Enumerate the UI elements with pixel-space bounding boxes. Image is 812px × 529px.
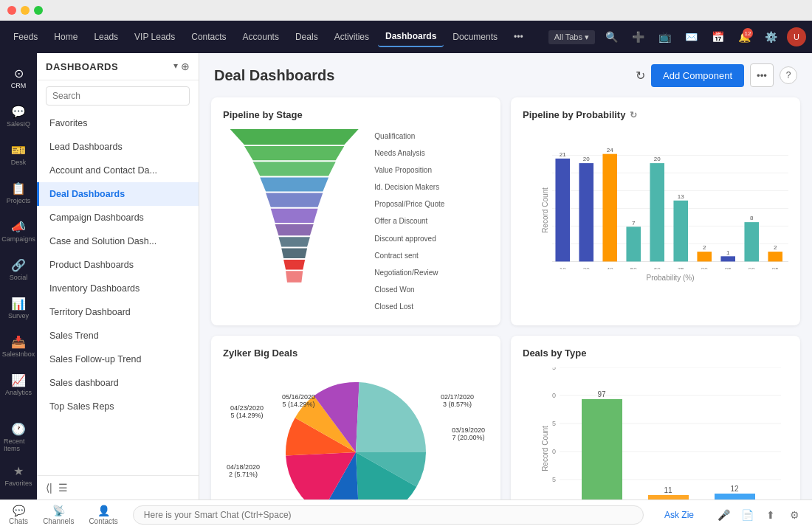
sidebar-icon-analytics[interactable]: 📈 Analytics [4,366,33,403]
add-icon-button[interactable]: ➕ [627,27,648,47]
settings-bottom-icon[interactable]: ⚙ [785,506,803,524]
svg-rect-70 [648,495,689,499]
sidebar-item-campaign[interactable]: Campaign Dashboards [37,206,199,229]
svg-text:13: 13 [678,193,684,200]
deals-y-axis-label: Record Count [541,426,549,471]
svg-text:60: 60 [654,266,661,269]
sidebar-item-deal-dashboards[interactable]: Deal Dashboards [37,182,199,206]
calendar-icon-button[interactable]: 📅 [707,27,728,47]
sidebar-add-icon[interactable]: ⊕ [181,60,190,72]
refresh-button[interactable]: ↻ [636,69,645,83]
svg-text:75: 75 [552,420,556,427]
sidebar-chevron-icon[interactable]: ▾ [173,60,178,72]
pipeline-by-stage-chart: Qualification Needs Analysis Value Propo… [223,129,489,314]
header-actions: ↻ Add Component ••• ? [636,63,797,87]
crm-label: CRM [11,82,27,89]
sidebar-collapse-icon[interactable]: ⟨| [46,482,52,494]
bottom-tab-contacts[interactable]: 👤 Contacts [89,505,117,525]
analytics-icon: 📈 [11,373,26,387]
dashboard-grid: Pipeline by Stage [199,94,812,499]
sidebar-item-top-sales-reps[interactable]: Top Sales Reps [37,395,199,418]
maximize-button[interactable] [34,6,43,15]
svg-text:21: 21 [560,151,566,158]
sidebar-item-territory[interactable]: Territory Dashboard [37,300,199,324]
sidebar-icon-survey[interactable]: 📊 Survey [4,289,33,326]
nav-accounts[interactable]: Accounts [235,27,286,46]
nav-leads[interactable]: Leads [86,27,125,46]
mail-icon-button[interactable]: ✉️ [681,27,701,47]
close-button[interactable] [7,6,16,15]
sidebar-icon-crm[interactable]: ⊙ CRM [4,59,33,96]
sidebar-icon-projects[interactable]: 📋 Projects [4,174,33,211]
nav-vip-leads[interactable]: VIP Leads [127,27,182,46]
nav-deals[interactable]: Deals [288,27,326,46]
funnel-label-negotiation: Negotiation/Review [374,269,489,277]
titlebar [0,0,812,21]
probability-refresh-icon[interactable]: ↻ [630,110,637,120]
document-icon[interactable]: 📄 [738,506,756,524]
settings-icon-button[interactable]: ⚙️ [760,27,781,47]
sidebar-icon-favorites[interactable]: ★ Favorites [4,457,33,494]
nav-dashboards[interactable]: Dashboards [378,27,444,47]
svg-text:2: 2 [774,244,777,251]
svg-marker-10 [286,271,303,282]
nav-documents[interactable]: Documents [445,27,505,46]
all-tabs-button[interactable]: All Tabs ▾ [548,30,595,44]
sidebar-icon-campaigns[interactable]: 📣 Campaigns [4,212,33,249]
more-options-button[interactable]: ••• [750,63,774,87]
search-icon-button[interactable]: 🔍 [601,27,622,47]
nav-feeds[interactable]: Feeds [6,27,45,46]
svg-marker-6 [275,224,314,235]
sidebar-item-product[interactable]: Product Dashboards [37,253,199,277]
svg-text:100: 100 [552,392,556,399]
funnel-label-closed-won: Closed Won [374,286,489,294]
sidebar-item-account-contact[interactable]: Account and Contact Da... [37,159,199,182]
notifications-icon-button[interactable]: 🔔 12 [734,27,754,47]
svg-rect-25 [555,159,570,262]
nav-activities[interactable]: Activities [327,27,376,46]
navbar: Feeds Home Leads VIP Leads Contacts Acco… [0,21,812,53]
bottom-tab-chats[interactable]: 💬 Chats [9,505,28,525]
svg-text:24: 24 [607,147,613,153]
help-button[interactable]: ? [780,66,797,84]
bottom-tab-channels[interactable]: 📡 Channels [43,505,74,525]
minimize-button[interactable] [21,6,30,15]
smart-chat-input[interactable] [133,505,644,525]
svg-rect-28 [579,163,593,261]
pipeline-by-probability-title: Pipeline by Probability ↻ [523,109,788,120]
favorites-label: Favorites [4,480,32,487]
deals-by-type-card: Deals by Type Record Count 0 25 50 75 [511,336,800,499]
sidebar-title: DASHBOARDS [46,61,118,72]
svg-rect-73 [715,494,755,499]
svg-rect-37 [650,163,664,261]
svg-marker-7 [278,237,310,246]
sidebar-icon-salesinbox[interactable]: 📥 SalesInbox [4,328,33,364]
sidebar-item-case-solution[interactable]: Case and Solution Dash... [37,229,199,253]
mic-icon[interactable]: 🎤 [715,506,732,524]
nav-more[interactable]: ••• [506,27,531,46]
sidebar-item-favorites[interactable]: Favorites [37,111,199,135]
user-avatar[interactable]: U [787,27,806,46]
sidebar-item-lead-dashboards[interactable]: Lead Dashboards [37,135,199,159]
sidebar-item-sales-followup[interactable]: Sales Follow-up Trend [37,348,199,371]
sidebar-search-input[interactable] [46,86,190,106]
sidebar-list-icon[interactable]: ☰ [58,482,68,494]
sidebar-item-inventory[interactable]: Inventory Dashboards [37,277,199,300]
screen-share-icon-button[interactable]: 📺 [654,27,675,47]
ask-zie-button[interactable]: Ask Zie [658,510,700,520]
sidebar: DASHBOARDS ▾ ⊕ Favorites Lead Dashboards… [37,53,199,499]
svg-marker-5 [271,209,318,223]
nav-contacts[interactable]: Contacts [184,27,233,46]
sidebar-header: DASHBOARDS ▾ ⊕ [37,53,199,80]
sidebar-icon-desk[interactable]: 🎫 Desk [4,136,33,173]
sidebar-icon-social[interactable]: 🔗 Social [4,251,33,288]
sidebar-item-sales-dashboard[interactable]: Sales dashboard [37,371,199,395]
upload-icon[interactable]: ⬆ [762,506,780,524]
sidebar-icon-recent[interactable]: 🕐 Recent Items [4,418,33,455]
add-component-button[interactable]: Add Component [651,64,744,87]
svg-text:50: 50 [630,266,637,269]
sidebar-icon-salesiq[interactable]: 💬 SalesIQ [4,97,33,134]
svg-text:95: 95 [772,266,779,269]
nav-home[interactable]: Home [47,27,85,46]
sidebar-item-sales-trend[interactable]: Sales Trend [37,324,199,348]
